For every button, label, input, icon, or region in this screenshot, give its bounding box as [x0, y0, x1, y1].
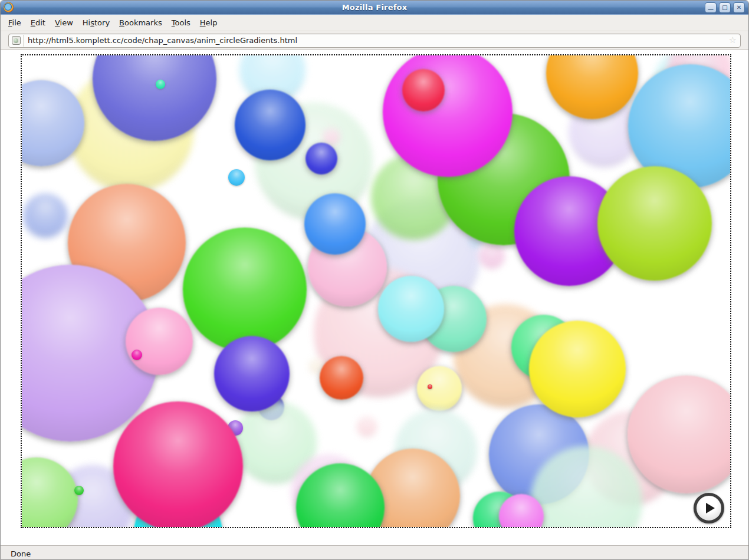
gradient-circle [113, 401, 243, 528]
browser-window: Mozilla Firefox —□✕ FileEditViewHistoryB… [0, 0, 749, 560]
url-toolbar: http://html5.komplett.cc/code/chap_canva… [1, 31, 748, 50]
play-button[interactable] [694, 493, 724, 523]
bookmark-star-icon[interactable]: ☆ [729, 36, 737, 45]
gradient-circle [378, 276, 444, 342]
menu-tools[interactable]: Tools [167, 16, 195, 29]
gradient-circle [21, 457, 78, 528]
status-bar: Done [1, 545, 748, 560]
menu-view[interactable]: View [50, 16, 78, 29]
menu-edit[interactable]: Edit [26, 16, 50, 29]
gradient-circle [126, 308, 193, 375]
page-content [1, 50, 748, 545]
url-input[interactable]: http://html5.komplett.cc/code/chap_canva… [24, 36, 297, 45]
gradient-circle [323, 129, 340, 145]
gradient-circle [597, 166, 712, 281]
menu-bar: FileEditViewHistoryBookmarksToolsHelp [1, 15, 748, 31]
animation-canvas[interactable] [21, 54, 731, 528]
gradient-circle [402, 69, 445, 111]
play-icon [706, 503, 715, 513]
gradient-circle [320, 356, 363, 400]
gradient-circle [428, 384, 432, 389]
window-title: Mozilla Firefox [1, 3, 748, 12]
gradient-circle [235, 90, 305, 160]
gradient-circle [479, 243, 505, 269]
gradient-circle [305, 143, 337, 174]
status-text: Done [11, 549, 31, 558]
gradient-circle [156, 80, 165, 89]
gradient-circle [183, 228, 307, 351]
gradient-circle [228, 169, 245, 186]
gradient-circle [132, 350, 142, 360]
menu-history[interactable]: History [78, 16, 114, 29]
gradient-circle [529, 321, 626, 417]
menu-bookmarks[interactable]: Bookmarks [114, 16, 167, 29]
titlebar[interactable]: Mozilla Firefox —□✕ [1, 1, 748, 15]
gradient-circle [357, 417, 377, 437]
gradient-circle [23, 193, 68, 238]
menu-help[interactable]: Help [195, 16, 222, 29]
gradient-circle [214, 336, 290, 411]
gradient-circle [304, 193, 366, 255]
page-favicon-icon [12, 36, 21, 45]
gradient-circle [74, 486, 84, 495]
gradient-circle [417, 366, 462, 411]
favicon-button[interactable] [9, 35, 24, 47]
url-field[interactable]: http://html5.komplett.cc/code/chap_canva… [8, 34, 741, 48]
menu-file[interactable]: File [4, 16, 26, 29]
